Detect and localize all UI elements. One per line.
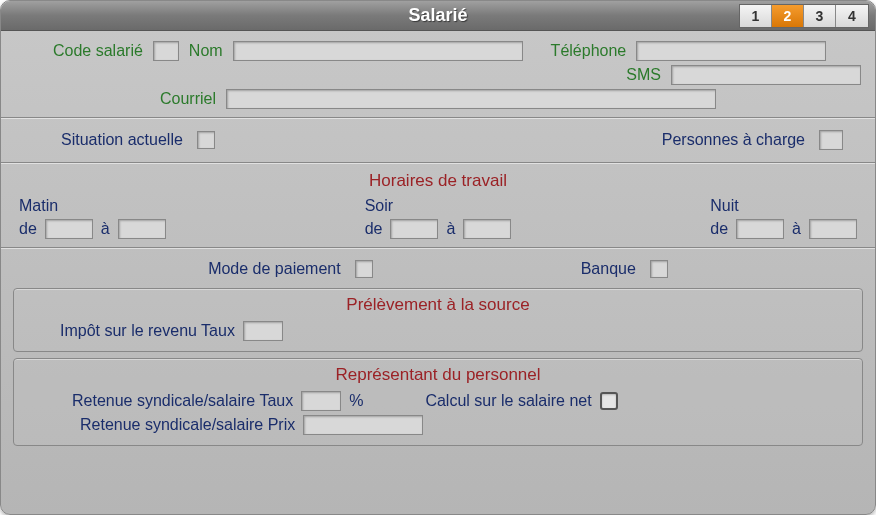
label-nuit: Nuit xyxy=(710,197,857,215)
separator-3 xyxy=(1,247,875,248)
col-matin: Matin de à xyxy=(19,197,166,239)
label-mode-paiement: Mode de paiement xyxy=(208,260,341,278)
titlebar: Salarié 1 2 3 4 xyxy=(1,1,875,31)
tab-1[interactable]: 1 xyxy=(740,5,772,27)
label-soir: Soir xyxy=(365,197,512,215)
input-personnes-a-charge[interactable] xyxy=(819,130,843,150)
section-representant: Représentant du personnel Retenue syndic… xyxy=(13,358,863,446)
label-courriel: Courriel xyxy=(160,90,216,108)
label-percent: % xyxy=(349,392,363,410)
col-nuit: Nuit de à xyxy=(710,197,857,239)
checkbox-calcul-net[interactable] xyxy=(600,392,618,410)
section-title-representant: Représentant du personnel xyxy=(22,365,854,385)
label-matin-a: à xyxy=(101,220,110,238)
label-matin: Matin xyxy=(19,197,166,215)
input-soir-a[interactable] xyxy=(463,219,511,239)
input-matin-de[interactable] xyxy=(45,219,93,239)
input-situation-actuelle[interactable] xyxy=(197,131,215,149)
input-sms[interactable] xyxy=(671,65,861,85)
label-sms: SMS xyxy=(626,66,661,84)
separator-2 xyxy=(1,162,875,163)
col-soir: Soir de à xyxy=(365,197,512,239)
label-retenue-prix: Retenue syndicale/salaire Prix xyxy=(80,416,295,434)
input-nuit-de[interactable] xyxy=(736,219,784,239)
input-retenue-prix[interactable] xyxy=(303,415,423,435)
label-nuit-a: à xyxy=(792,220,801,238)
input-nom[interactable] xyxy=(233,41,523,61)
input-retenue-taux[interactable] xyxy=(301,391,341,411)
label-banque: Banque xyxy=(581,260,636,278)
label-telephone: Téléphone xyxy=(551,42,627,60)
label-nom: Nom xyxy=(189,42,223,60)
tab-2[interactable]: 2 xyxy=(772,5,804,27)
label-impot-taux: Impôt sur le revenu Taux xyxy=(60,322,235,340)
input-code-salarie[interactable] xyxy=(153,41,179,61)
section-horaires: Horaires de travail Matin de à Soir de xyxy=(13,171,863,239)
label-soir-de: de xyxy=(365,220,383,238)
content-area: Code salarié Nom Téléphone SMS Courriel … xyxy=(1,31,875,462)
section-prelevement: Prélèvement à la source Impôt sur le rev… xyxy=(13,288,863,352)
input-mode-paiement[interactable] xyxy=(355,260,373,278)
label-situation-actuelle: Situation actuelle xyxy=(61,131,183,149)
label-nuit-de: de xyxy=(710,220,728,238)
input-matin-a[interactable] xyxy=(118,219,166,239)
input-banque[interactable] xyxy=(650,260,668,278)
label-calcul-net: Calcul sur le salaire net xyxy=(425,392,591,410)
input-telephone[interactable] xyxy=(636,41,826,61)
section-title-prelevement: Prélèvement à la source xyxy=(22,295,854,315)
label-code-salarie: Code salarié xyxy=(53,42,143,60)
input-nuit-a[interactable] xyxy=(809,219,857,239)
input-soir-de[interactable] xyxy=(390,219,438,239)
tab-3[interactable]: 3 xyxy=(804,5,836,27)
input-courriel[interactable] xyxy=(226,89,716,109)
input-impot-taux[interactable] xyxy=(243,321,283,341)
tab-group: 1 2 3 4 xyxy=(739,4,869,28)
tab-4[interactable]: 4 xyxy=(836,5,868,27)
separator-1 xyxy=(1,117,875,118)
label-retenue-taux: Retenue syndicale/salaire Taux xyxy=(72,392,293,410)
employee-window: Salarié 1 2 3 4 Code salarié Nom Télépho… xyxy=(0,0,876,515)
label-soir-a: à xyxy=(446,220,455,238)
label-personnes-a-charge: Personnes à charge xyxy=(662,131,805,149)
label-matin-de: de xyxy=(19,220,37,238)
section-title-horaires: Horaires de travail xyxy=(13,171,863,191)
